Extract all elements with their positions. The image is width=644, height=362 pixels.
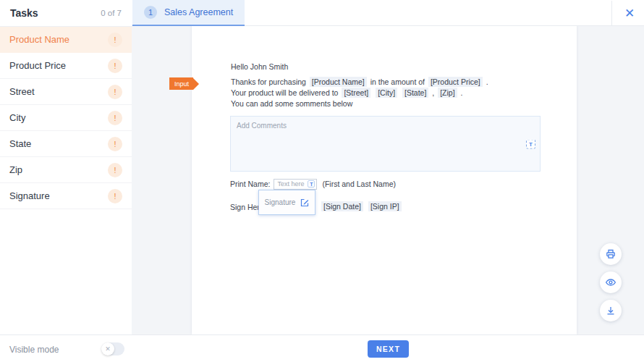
merge-field-state: [State] (402, 88, 428, 98)
toggle-off-icon: ✕ (101, 342, 114, 355)
required-badge-icon: ! (108, 111, 122, 125)
eye-icon (605, 277, 617, 288)
input-tag-label: Input (169, 77, 193, 90)
download-icon (605, 305, 617, 316)
document-page: Hello John Smith Thanks for purchasing [… (192, 26, 577, 334)
visible-mode-toggle[interactable]: ✕ (101, 342, 124, 355)
arrow-right-icon (193, 78, 199, 90)
paragraph-line-3: You can add some somments below (231, 98, 571, 109)
comments-placeholder: Add Comments (237, 122, 287, 130)
merge-field-city: [City] (376, 88, 397, 98)
print-button[interactable] (600, 243, 622, 265)
merge-field-sign-date: [Sign Date] (321, 201, 363, 211)
line2-prefix: Your product will be delivered to (231, 88, 338, 97)
task-label: Product Name (9, 34, 69, 45)
close-icon[interactable]: ✕ (619, 2, 640, 24)
print-name-hint: (First and Last Name) (322, 180, 396, 188)
visible-mode-label: Visible mode (9, 345, 59, 355)
task-label: Product Price (9, 60, 66, 71)
paragraph-line-2: Your product will be delivered to [Stree… (231, 88, 571, 98)
download-button[interactable] (600, 300, 622, 321)
line1-suffix: . (486, 77, 488, 86)
required-badge-icon: ! (108, 137, 122, 151)
tasks-counter: 0 of 7 (101, 9, 122, 17)
merge-field-product-name: [Product Name] (310, 77, 367, 87)
printer-icon (605, 248, 617, 260)
input-pointer-tag: Input (169, 77, 199, 90)
tasks-title: Tasks (10, 7, 38, 19)
document-tabbar: 1 Sales Agreement ✕ (132, 0, 644, 26)
line1-prefix: Thanks for purchasing (231, 77, 306, 86)
greeting-text: Hello John Smith (231, 62, 288, 71)
merge-field-street: [Street] (342, 88, 370, 98)
task-item-signature[interactable]: Signature ! (0, 183, 132, 209)
signature-field-label: Signature (265, 198, 296, 206)
task-label: State (9, 138, 31, 149)
next-button[interactable]: NEXT (368, 340, 409, 358)
tasks-sidebar: Tasks 0 of 7 Product Name ! Product Pric… (0, 0, 132, 334)
task-item-product-price[interactable]: Product Price ! (0, 53, 132, 79)
print-name-label: Print Name: (230, 180, 270, 188)
required-badge-icon: ! (108, 33, 122, 47)
print-name-input[interactable]: Text here T (274, 179, 317, 190)
task-label: City (9, 112, 25, 123)
required-badge-icon: ! (108, 163, 122, 177)
tab-sales-agreement[interactable]: 1 Sales Agreement (132, 0, 245, 26)
merge-field-sign-ip: [Sign IP] (368, 201, 402, 211)
print-name-placeholder: Text here (277, 180, 304, 188)
line2-comma: , (432, 88, 434, 97)
tab-label: Sales Agreement (164, 7, 233, 17)
text-field-icon: T (526, 139, 535, 148)
line1-mid: in the amount of (370, 77, 425, 86)
required-badge-icon: ! (108, 85, 122, 99)
paragraph-line-1: Thanks for purchasing [Product Name] in … (231, 77, 571, 88)
task-item-zip[interactable]: Zip ! (0, 157, 132, 183)
task-label: Zip (9, 164, 22, 175)
task-item-state[interactable]: State ! (0, 131, 132, 157)
document-area: 1 Sales Agreement ✕ Input Hello John Smi… (132, 0, 644, 334)
signature-field-button[interactable]: Signature (258, 190, 315, 215)
footer-bar: Visible mode ✕ NEXT (0, 334, 644, 362)
merge-field-product-price: [Product Price] (428, 77, 483, 87)
tabbar-divider (611, 1, 612, 25)
merge-field-zip: [Zip] (438, 88, 457, 98)
task-item-street[interactable]: Street ! (0, 79, 132, 105)
task-label: Signature (9, 190, 50, 201)
line2-suffix: . (460, 88, 462, 97)
preview-button[interactable] (600, 272, 622, 293)
text-field-icon: T (308, 180, 315, 188)
sign-meta-tokens: [Sign Date] [Sign IP] (320, 202, 403, 211)
task-label: Street (9, 86, 35, 97)
body-paragraph: Thanks for purchasing [Product Name] in … (231, 77, 571, 109)
app-window: Tasks 0 of 7 Product Name ! Product Pric… (0, 0, 644, 362)
tab-number-badge: 1 (144, 6, 157, 19)
comments-textarea[interactable]: Add Comments T (230, 116, 541, 172)
tasks-header: Tasks 0 of 7 (0, 0, 132, 27)
required-badge-icon: ! (108, 189, 122, 203)
print-name-row: Print Name: Text here T (First and Last … (230, 178, 396, 190)
required-badge-icon: ! (108, 59, 122, 73)
task-item-product-name[interactable]: Product Name ! (0, 27, 132, 53)
signature-edit-icon (300, 198, 309, 207)
task-item-city[interactable]: City ! (0, 105, 132, 131)
